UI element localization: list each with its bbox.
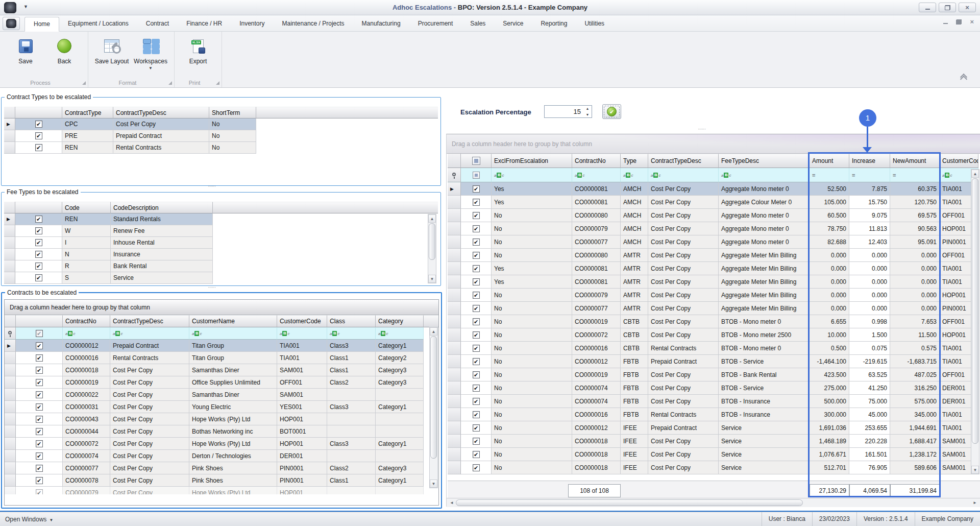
filter-checkbox[interactable]: ✔ — [36, 330, 43, 337]
filter-cell-contracttypedesc[interactable]: aBc — [110, 327, 189, 340]
cell-marked[interactable]: ✔ — [15, 249, 62, 260]
table-row[interactable]: ✔NoCO0000016CBTBRental ContractsBTOB - M… — [448, 342, 980, 355]
table-row[interactable]: ✔CO0000016Rental ContractsTitan GroupTIA… — [5, 352, 438, 364]
table-row[interactable]: ✔NoCO0000077AMCHCost Per CopyAggregate M… — [448, 235, 980, 249]
table-row[interactable]: ✔NInsurance — [4, 249, 438, 260]
table-row[interactable]: ✔NoCO0000018IFEECost Per CopyService512.… — [448, 461, 980, 474]
row-checkbox[interactable]: ✔ — [36, 416, 43, 423]
column-header-marked[interactable] — [15, 202, 62, 213]
cell-select[interactable]: ✔ — [461, 315, 492, 328]
cell-select[interactable]: ✔ — [461, 381, 492, 395]
cell-select[interactable]: ✔ — [461, 262, 492, 275]
row-checkbox[interactable]: ✔ — [473, 212, 480, 219]
column-header-amount[interactable]: Amount — [810, 154, 849, 168]
row-checkbox[interactable]: ✔ — [473, 424, 480, 432]
column-header-codedescription[interactable]: CodeDescription — [111, 202, 213, 213]
table-row[interactable]: ▶✔CPCCost Per CopyNo — [4, 118, 438, 130]
table-row[interactable]: ✔CO0000019Cost Per CopyOffice Supplies U… — [5, 376, 438, 389]
scroll-right-icon[interactable]: ► — [971, 498, 979, 507]
cell-marked[interactable]: ✔ — [16, 462, 63, 474]
column-header-feetypedesc[interactable]: FeeTypeDesc — [719, 154, 810, 168]
spin-up-icon[interactable]: ▲ — [583, 106, 592, 112]
filter-cell-amount[interactable]: = — [810, 168, 849, 182]
scroll-left-icon[interactable]: ◄ — [448, 498, 456, 507]
filter-cell-select[interactable] — [461, 168, 492, 182]
escalations-horizontal-scrollbar[interactable]: ◄ ► — [447, 498, 980, 507]
row-checkbox[interactable]: ✔ — [473, 358, 480, 365]
row-checkbox[interactable]: ✔ — [473, 305, 480, 312]
column-header-category[interactable]: Category — [376, 315, 424, 327]
back-button[interactable]: Back — [46, 35, 83, 77]
escalations-vertical-scrollbar[interactable]: ▲ ▼ — [971, 169, 979, 474]
row-checkbox[interactable]: ✔ — [473, 411, 480, 418]
mdi-restore-icon[interactable] — [956, 19, 962, 25]
tab-home[interactable]: Home — [24, 17, 59, 32]
scroll-down-icon[interactable]: ▼ — [428, 275, 436, 283]
cell-select[interactable]: ✔ — [461, 196, 492, 209]
spin-down-icon[interactable]: ▼ — [583, 112, 592, 118]
row-checkbox[interactable]: ✔ — [36, 391, 43, 398]
column-header-shortterm[interactable]: ShortTerm — [209, 107, 256, 118]
table-row[interactable]: ✔NoCO0000080AMTRCost Per CopyAggregate M… — [448, 249, 980, 262]
row-checkbox[interactable]: ✔ — [473, 238, 480, 246]
cell-select[interactable]: ✔ — [461, 249, 492, 262]
column-header-contracttypedesc[interactable]: ContractTypeDesc — [110, 315, 189, 327]
row-checkbox[interactable]: ✔ — [473, 225, 480, 232]
row-checkbox[interactable]: ✔ — [473, 185, 480, 193]
filter-cell-feetypedesc[interactable]: aBc — [719, 168, 810, 182]
cell-select[interactable]: ✔ — [461, 395, 492, 408]
splitter-grip[interactable]: '''''' — [208, 287, 216, 290]
cell-marked[interactable]: ✔ — [16, 450, 63, 462]
save-button[interactable]: Save — [7, 35, 44, 77]
table-row[interactable]: ✔CO0000043Cost Per CopyHope Works (Pty) … — [5, 413, 438, 425]
filter-cell-contractno[interactable]: aBc — [63, 327, 110, 340]
table-row[interactable]: ✔NoCO0000012IFEEPrepaid ContractService1… — [448, 421, 980, 435]
scroll-up-icon[interactable]: ▲ — [428, 214, 436, 223]
column-header-contractno[interactable]: ContractNo — [572, 154, 621, 168]
row-checkbox[interactable]: ✔ — [473, 451, 480, 458]
mdi-minimize-icon[interactable] — [943, 23, 948, 24]
column-header-customercode[interactable]: CustomerCode — [940, 154, 978, 168]
group-by-panel[interactable]: Drag a column header here to group by th… — [447, 134, 980, 154]
cell-select[interactable]: ✔ — [461, 289, 492, 302]
table-row[interactable]: ✔CO0000079Cost Per CopyHope Works (Pty) … — [5, 487, 438, 494]
scroll-up-icon[interactable]: ▲ — [971, 170, 979, 178]
table-row[interactable]: ✔RENRental ContractsNo — [4, 142, 438, 154]
row-checkbox[interactable]: ✔ — [35, 216, 42, 223]
cell-marked[interactable]: ✔ — [16, 352, 63, 364]
contracts-vertical-scrollbar[interactable]: ▲ ▼ — [429, 327, 438, 488]
row-checkbox[interactable]: ✔ — [36, 440, 43, 447]
cell-select[interactable]: ✔ — [461, 448, 492, 461]
row-checkbox[interactable]: ✔ — [473, 371, 480, 378]
save-layout-button[interactable]: Save Layout — [93, 35, 130, 77]
restore-button[interactable] — [939, 3, 956, 12]
column-header-increase[interactable]: Increase — [849, 154, 890, 168]
row-checkbox[interactable]: ✔ — [473, 278, 480, 285]
cell-marked[interactable]: ✔ — [15, 130, 62, 142]
row-checkbox[interactable]: ✔ — [35, 262, 42, 270]
mdi-close-icon[interactable]: × — [970, 19, 974, 25]
escalation-percentage-spinner[interactable]: 15 ▲ ▼ — [544, 105, 592, 118]
scroll-down-icon[interactable]: ▼ — [430, 480, 437, 488]
splitter-grip[interactable]: '''''' — [208, 186, 216, 189]
cell-select[interactable]: ✔ — [461, 182, 492, 196]
table-row[interactable]: ✔CO0000022Cost Per CopySamanthas DinerSA… — [5, 389, 438, 401]
column-header-contractno[interactable]: ContractNo — [63, 315, 110, 327]
cell-select[interactable]: ✔ — [461, 461, 492, 474]
column-header-marked[interactable] — [16, 315, 63, 327]
row-checkbox[interactable]: ✔ — [473, 464, 480, 471]
table-row[interactable]: ✔PREPrepaid ContractNo — [4, 130, 438, 142]
table-row[interactable]: ✔NoCO0000074FBTBCost Per CopyBTOB - Insu… — [448, 395, 980, 408]
column-header-marked[interactable] — [15, 107, 62, 118]
export-button[interactable]: Export — [180, 35, 216, 77]
cell-marked[interactable]: ✔ — [16, 438, 63, 450]
row-checkbox[interactable]: ✔ — [35, 239, 42, 246]
row-checkbox[interactable]: ✔ — [473, 438, 480, 445]
column-header-contracttypedesc[interactable]: ContractTypeDesc — [648, 154, 719, 168]
table-row[interactable]: ✔CO0000031Cost Per CopyYoung ElectricYES… — [5, 401, 438, 413]
cell-select[interactable]: ✔ — [461, 368, 492, 381]
table-row[interactable]: ✔NoCO0000080AMCHCost Per CopyAggregate M… — [448, 209, 980, 222]
table-row[interactable]: ▶✔RENStandard Rentals — [4, 213, 438, 225]
table-row[interactable]: ✔CO0000018Cost Per CopySamanthas DinerSA… — [5, 364, 438, 376]
column-header-newamount[interactable]: NewAmount — [890, 154, 940, 168]
